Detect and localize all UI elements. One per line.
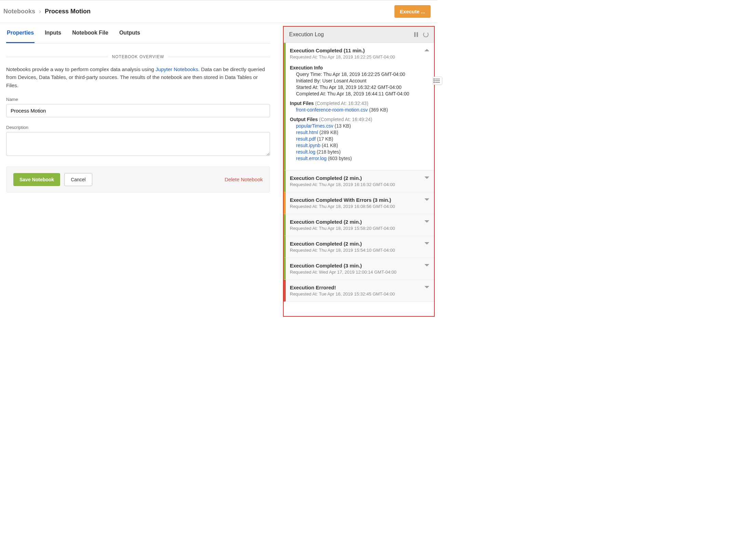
save-button[interactable]: Save Notebook <box>13 173 60 186</box>
file-size: (41 KB) <box>322 143 338 148</box>
info-line: Initiated By: User Losant Account <box>296 78 429 83</box>
execute-button[interactable]: Execute ... <box>394 5 431 18</box>
entry-title: Execution Completed (3 min.) <box>290 263 429 269</box>
tab-notebook-file[interactable]: Notebook File <box>71 30 109 43</box>
entry-requested: Requested At: Thu Apr 18, 2019 15:58:20 … <box>290 226 429 231</box>
entry-title: Execution Completed (2 min.) <box>290 241 429 247</box>
tab-inputs[interactable]: Inputs <box>44 30 62 43</box>
log-header: Execution Log <box>284 27 434 43</box>
file-link[interactable]: popularTimes.csv <box>296 123 333 129</box>
output-files-heading: Output Files (Completed At: 16:49:24) <box>290 117 429 122</box>
chevron-up-icon[interactable] <box>424 49 429 51</box>
entry-requested: Requested At: Thu Apr 18, 2019 15:54:10 … <box>290 248 429 253</box>
chevron-down-icon[interactable] <box>424 242 429 245</box>
info-line: Started At: Thu Apr 18, 2019 16:32:42 GM… <box>296 84 429 90</box>
name-input[interactable] <box>6 104 270 117</box>
execution-log-highlight: Execution Log Execution Completed (11 mi… <box>283 26 435 317</box>
overview-text: Notebooks provide a way to perform compl… <box>6 65 270 89</box>
pause-icon[interactable] <box>414 32 418 37</box>
log-entry[interactable]: Execution Completed With Errors (3 min.)… <box>284 192 434 214</box>
file-link[interactable]: result.log <box>296 149 315 155</box>
entry-requested: Requested At: Thu Apr 18, 2019 16:08:56 … <box>290 204 429 209</box>
file-size: (603 bytes) <box>328 156 352 161</box>
log-body[interactable]: Execution Completed (11 min.) Requested … <box>284 43 434 316</box>
tab-properties[interactable]: Properties <box>6 30 35 43</box>
file-link[interactable]: result.error.log <box>296 156 326 161</box>
entry-title: Execution Completed (2 min.) <box>290 175 429 181</box>
input-files-heading: Input Files (Completed At: 16:32:43) <box>290 101 429 106</box>
cancel-button[interactable]: Cancel <box>64 173 92 186</box>
file-size: (218 bytes) <box>317 149 341 155</box>
log-title: Execution Log <box>289 31 324 38</box>
info-line: Completed At: Thu Apr 18, 2019 16:44:11 … <box>296 91 429 96</box>
file-link[interactable]: result.ipynb <box>296 143 321 148</box>
entry-title: Execution Errored! <box>290 285 429 290</box>
entry-requested: Requested At: Thu Apr 18, 2019 16:22:25 … <box>290 54 429 60</box>
delete-notebook-link[interactable]: Delete Notebook <box>225 176 263 182</box>
file-size: (369 KB) <box>369 107 388 113</box>
file-size: (13 KB) <box>335 123 351 129</box>
chevron-down-icon[interactable] <box>424 220 429 223</box>
execution-log-panel: Execution Log Execution Completed (11 mi… <box>284 27 434 316</box>
list-toggle-icon[interactable] <box>433 77 442 85</box>
chevron-down-icon[interactable] <box>424 198 429 201</box>
log-entry[interactable]: Execution Completed (2 min.) Requested A… <box>284 214 434 236</box>
breadcrumb: Notebooks › Process Motion <box>3 8 91 15</box>
file-link[interactable]: result.html <box>296 130 318 135</box>
file-link[interactable]: front-conference-room-motion.csv <box>296 107 368 113</box>
action-bar: Save Notebook Cancel Delete Notebook <box>6 167 270 193</box>
log-entry[interactable]: Execution Completed (2 min.) Requested A… <box>284 170 434 192</box>
spinner-icon[interactable] <box>423 32 429 37</box>
breadcrumb-sep: › <box>39 8 41 15</box>
log-entry[interactable]: Execution Errored! Requested At: Tue Apr… <box>284 280 434 302</box>
breadcrumb-root[interactable]: Notebooks <box>3 8 35 15</box>
breadcrumb-current: Process Motion <box>45 8 91 15</box>
file-link[interactable]: result.pdf <box>296 136 316 142</box>
description-textarea[interactable] <box>6 132 270 156</box>
description-label: Description <box>6 125 270 130</box>
name-label: Name <box>6 97 270 102</box>
top-bar: Notebooks › Process Motion Execute ... <box>0 0 437 23</box>
execution-info-heading: Execution Info <box>290 65 429 70</box>
entry-requested: Requested At: Tue Apr 16, 2019 15:32:45 … <box>290 291 429 297</box>
entry-title: Execution Completed (11 min.) <box>290 48 429 53</box>
entry-title: Execution Completed With Errors (3 min.) <box>290 197 429 203</box>
chevron-down-icon[interactable] <box>424 176 429 179</box>
tabs: Properties Inputs Notebook File Outputs <box>6 23 270 43</box>
chevron-down-icon[interactable] <box>424 286 429 288</box>
log-entry[interactable]: Execution Completed (2 min.) Requested A… <box>284 236 434 258</box>
entry-requested: Requested At: Thu Apr 18, 2019 16:16:32 … <box>290 182 429 187</box>
log-entry[interactable]: Execution Completed (3 min.) Requested A… <box>284 258 434 280</box>
file-size: (289 KB) <box>319 130 338 135</box>
info-line: Query Time: Thu Apr 18, 2019 16:22:25 GM… <box>296 71 429 77</box>
tab-outputs[interactable]: Outputs <box>119 30 141 43</box>
jupyter-link[interactable]: Jupyter Notebooks <box>156 66 198 72</box>
file-size: (17 KB) <box>317 136 333 142</box>
entry-title: Execution Completed (2 min.) <box>290 219 429 225</box>
chevron-down-icon[interactable] <box>424 264 429 266</box>
log-entry-expanded[interactable]: Execution Completed (11 min.) Requested … <box>284 43 434 170</box>
entry-requested: Requested At: Wed Apr 17, 2019 12:00:14 … <box>290 270 429 275</box>
section-heading: NOTEBOOK OVERVIEW <box>6 54 270 59</box>
